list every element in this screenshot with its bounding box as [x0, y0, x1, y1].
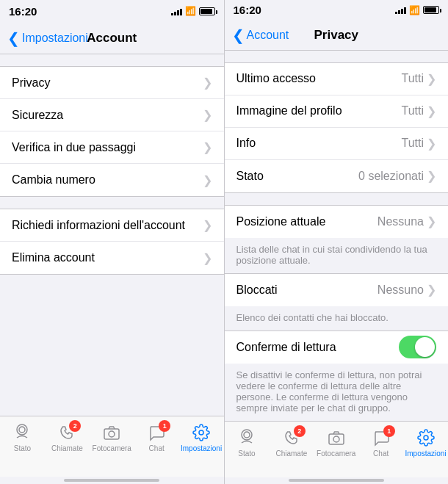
- chat-icon-left: 1: [146, 422, 167, 443]
- svg-rect-2: [104, 429, 119, 439]
- bloccati-value: Nessuno: [377, 283, 424, 297]
- chat-badge-right: 1: [383, 425, 395, 437]
- chiamate-label-right: Chiamate: [275, 449, 307, 458]
- wifi-icon-right: 📶: [409, 5, 420, 15]
- info-label: Info: [236, 137, 402, 150]
- tab-panel-left: Stato 2 Chiamate: [0, 416, 224, 477]
- bloccati-chevron: ❯: [427, 283, 436, 297]
- nav-bar-left: ❮ Impostazioni Account: [0, 22, 224, 54]
- signal-icon: [171, 7, 182, 15]
- tab-chat-left[interactable]: 1 Chat: [134, 422, 179, 452]
- back-label-left: Impostazioni: [22, 32, 88, 45]
- tab-chiamate-right[interactable]: 2 Chiamate: [269, 427, 314, 458]
- privacy-chevron: ❯: [203, 76, 212, 90]
- stato-row[interactable]: Stato 0 selezionati ❯: [225, 160, 449, 192]
- sicurezza-row[interactable]: Sicurezza ❯: [0, 99, 224, 131]
- privacy-section: Ultimo accesso Tutti ❯ Immagine del prof…: [225, 62, 449, 193]
- impostazioni-icon-left: [191, 422, 212, 443]
- svg-point-0: [19, 427, 25, 433]
- bloccati-label: Bloccati: [236, 283, 377, 297]
- ultimo-accesso-chevron: ❯: [427, 72, 436, 86]
- privacy-label: Privacy: [12, 76, 203, 90]
- tab-chiamate-left[interactable]: 2 Chiamate: [45, 422, 90, 452]
- svg-point-6: [242, 430, 252, 440]
- time-right: 16:20: [234, 4, 396, 16]
- posizione-row[interactable]: Posizione attuale Nessuna ❯: [225, 206, 449, 238]
- info-row[interactable]: Info Tutti ❯: [225, 128, 449, 160]
- page-title-left: Account: [87, 31, 137, 46]
- time-left: 16:20: [9, 5, 171, 18]
- back-button-right[interactable]: ❮ Account: [232, 28, 289, 43]
- svg-point-4: [199, 430, 203, 435]
- impostazioni-icon-right: [416, 427, 436, 448]
- bloccati-desc: Elenco dei contatti che hai bloccato.: [225, 306, 449, 331]
- status-bar-right: 16:20 📶: [225, 0, 449, 21]
- posizione-value: Nessuna: [377, 215, 424, 228]
- verifica-label: Verifica in due passaggi: [12, 141, 203, 154]
- immagine-profilo-value: Tutti: [401, 104, 424, 118]
- posizione-section: Posizione attuale Nessuna ❯: [225, 205, 449, 238]
- chiamate-icon-right: 2: [281, 427, 302, 448]
- page-title-right: Privacy: [314, 28, 359, 43]
- elimina-row[interactable]: Elimina account ❯: [0, 242, 224, 274]
- cambia-numero-label: Cambia numero: [12, 173, 203, 187]
- richiedi-label: Richiedi informazioni dell'account: [12, 219, 203, 232]
- info-chevron: ❯: [427, 137, 436, 151]
- fotocamera-icon-right: [326, 427, 347, 448]
- svg-point-9: [424, 436, 428, 440]
- privacy-row[interactable]: Privacy ❯: [0, 67, 224, 99]
- conferme-toggle[interactable]: [399, 336, 436, 358]
- immagine-profilo-row[interactable]: Immagine del profilo Tutti ❯: [225, 95, 449, 128]
- conferme-label: Conferme di lettura: [236, 341, 400, 354]
- bloccati-row[interactable]: Bloccati Nessuno ❯: [225, 274, 449, 306]
- back-chevron-left: ❮: [7, 31, 20, 46]
- stato-icon-left: [12, 422, 32, 443]
- back-chevron-right: ❮: [232, 28, 245, 43]
- tab-fotocamera-right[interactable]: Fotocamera: [314, 427, 358, 458]
- chiamate-label-left: Chiamate: [51, 444, 83, 452]
- ultimo-accesso-row[interactable]: Ultimo accesso Tutti ❯: [225, 63, 449, 95]
- tab-bar-left: Stato 2 Chiamate: [0, 416, 224, 477]
- nav-bar-right: ❮ Account Privacy: [225, 21, 449, 51]
- chat-label-left: Chat: [149, 444, 165, 452]
- verifica-row[interactable]: Verifica in due passaggi ❯: [0, 131, 224, 164]
- conferme-desc: Se disattivi le conferme di lettura, non…: [225, 364, 449, 421]
- fotocamera-icon-left: [101, 422, 122, 443]
- stato-label-right: Stato: [238, 449, 255, 458]
- cambia-numero-row[interactable]: Cambia numero ❯: [0, 164, 224, 196]
- conferme-row: Conferme di lettura: [225, 331, 449, 364]
- battery-icon-right: [423, 6, 439, 14]
- posizione-desc: Lista delle chat in cui stai condividend…: [225, 238, 449, 273]
- account-section-2: Richiedi informazioni dell'account ❯ Eli…: [0, 209, 224, 275]
- sicurezza-chevron: ❯: [203, 108, 212, 122]
- stato-chevron: ❯: [427, 169, 436, 183]
- bloccati-section: Bloccati Nessuno ❯: [225, 273, 449, 306]
- tab-fotocamera-left[interactable]: Fotocamera: [90, 422, 134, 452]
- tab-stato-left[interactable]: Stato: [0, 422, 45, 452]
- stato-icon-right: [236, 427, 257, 448]
- elimina-chevron: ❯: [203, 251, 212, 265]
- ultimo-accesso-value: Tutti: [401, 72, 424, 85]
- chiamate-badge-right: 2: [294, 425, 306, 437]
- account-section-1: Privacy ❯ Sicurezza ❯ Verifica in due pa…: [0, 66, 224, 197]
- stato-value: 0 selezionati: [358, 170, 424, 183]
- signal-icon-right: [395, 6, 406, 14]
- svg-point-8: [333, 436, 339, 442]
- tab-chat-right[interactable]: 1 Chat: [358, 427, 403, 458]
- immagine-profilo-chevron: ❯: [427, 104, 436, 118]
- status-icons-right: 📶: [395, 5, 439, 15]
- tab-impostazioni-right[interactable]: Impostazioni: [403, 427, 448, 458]
- fotocamera-label-left: Fotocamera: [93, 444, 131, 452]
- conferme-section: Conferme di lettura: [225, 331, 449, 364]
- status-bar-left: 16:20 📶: [0, 0, 224, 22]
- back-button-left[interactable]: ❮ Impostazioni: [7, 31, 88, 46]
- tab-stato-right[interactable]: Stato: [225, 427, 270, 458]
- cambia-numero-chevron: ❯: [203, 173, 212, 187]
- richiedi-row[interactable]: Richiedi informazioni dell'account ❯: [0, 209, 224, 242]
- impostazioni-label-right: Impostazioni: [405, 449, 447, 458]
- tab-impostazioni-left[interactable]: Impostazioni: [179, 422, 224, 452]
- immagine-profilo-label: Immagine del profilo: [236, 104, 402, 118]
- tab-panel-right: Stato 2 Chiamate: [225, 422, 449, 477]
- fotocamera-label-right: Fotocamera: [317, 449, 355, 458]
- posizione-chevron: ❯: [427, 214, 436, 228]
